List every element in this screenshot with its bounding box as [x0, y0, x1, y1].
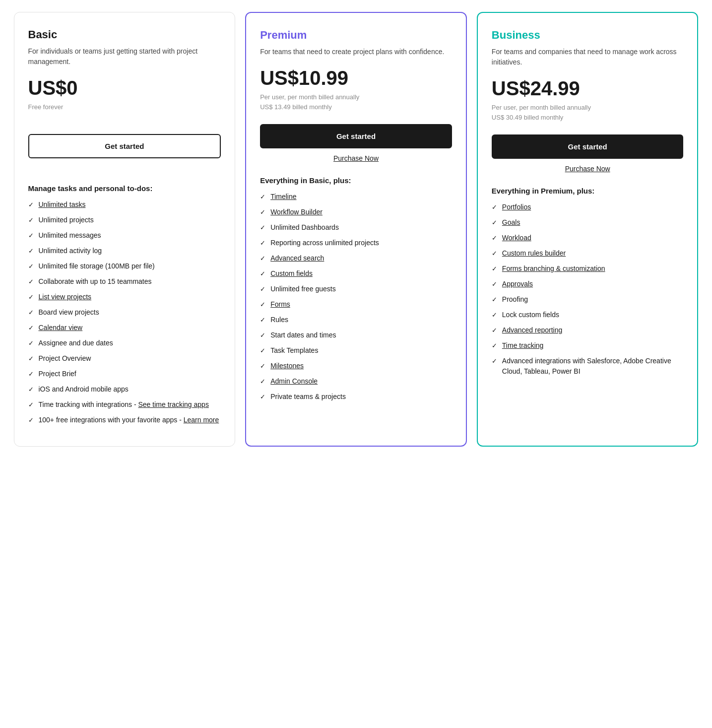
feature-text: Project Overview: [39, 353, 91, 364]
feature-text: 100+ free integrations with your favorit…: [39, 415, 219, 425]
list-item: ✓Approvals: [492, 279, 684, 289]
list-item: ✓Unlimited activity log: [28, 246, 221, 256]
feature-text: Proofing: [502, 294, 528, 305]
check-icon: ✓: [260, 346, 265, 356]
check-icon: ✓: [28, 277, 34, 287]
feature-link[interactable]: Goals: [502, 218, 520, 226]
list-item: ✓Unlimited projects: [28, 215, 221, 225]
list-item: ✓Unlimited file storage (100MB per file): [28, 261, 221, 271]
feature-text: Approvals: [502, 279, 533, 289]
list-item: ✓Time tracking with integrations - See t…: [28, 399, 221, 410]
feature-text: Custom fields: [270, 268, 313, 279]
list-item: ✓Unlimited Dashboards: [260, 222, 452, 233]
check-icon: ✓: [28, 323, 34, 333]
list-item: ✓Milestones: [260, 361, 452, 371]
check-icon: ✓: [492, 202, 497, 212]
feature-text: Time tracking with integrations - See ti…: [39, 399, 209, 410]
get-started-button-business[interactable]: Get started: [492, 134, 684, 159]
feature-text: Unlimited free guests: [270, 284, 336, 294]
feature-text: Milestones: [270, 361, 304, 371]
plan-price-note-business: Per user, per month billed annuallyUS$ 3…: [492, 103, 684, 123]
list-item: ✓Workflow Builder: [260, 207, 452, 217]
check-icon: ✓: [260, 269, 265, 279]
feature-link[interactable]: Workload: [502, 234, 531, 242]
feature-text: Custom rules builder: [502, 248, 566, 259]
feature-link[interactable]: Milestones: [270, 362, 304, 370]
check-icon: ✓: [28, 200, 34, 210]
list-item: ✓Forms: [260, 299, 452, 310]
feature-text: Unlimited messages: [39, 230, 101, 241]
plan-name-basic: Basic: [28, 28, 221, 41]
feature-link[interactable]: Workflow Builder: [270, 208, 323, 216]
list-item: ✓Rules: [260, 315, 452, 325]
get-started-button-premium[interactable]: Get started: [260, 124, 452, 148]
list-item: ✓Project Brief: [28, 369, 221, 379]
list-item: ✓Proofing: [492, 294, 684, 305]
check-icon: ✓: [28, 246, 34, 256]
feature-text: Assignee and due dates: [39, 338, 113, 348]
list-item: ✓100+ free integrations with your favori…: [28, 415, 221, 425]
check-icon: ✓: [492, 218, 497, 228]
check-icon: ✓: [260, 238, 265, 248]
list-item: ✓Timeline: [260, 192, 452, 202]
feature-text: Time tracking: [502, 340, 544, 351]
purchase-now-link-business[interactable]: Purchase Now: [492, 165, 684, 173]
list-item: ✓Advanced reporting: [492, 325, 684, 335]
feature-link[interactable]: Custom fields: [270, 269, 313, 277]
feature-link[interactable]: Unlimited tasks: [39, 200, 86, 208]
plan-card-premium: PremiumFor teams that need to create pro…: [245, 12, 467, 447]
get-started-button-basic[interactable]: Get started: [28, 134, 221, 158]
feature-text: Calendar view: [39, 323, 83, 333]
feature-text: Project Brief: [39, 369, 76, 379]
list-item: ✓Reporting across unlimited projects: [260, 238, 452, 248]
list-item: ✓List view projects: [28, 292, 221, 302]
feature-text: Unlimited tasks: [39, 199, 86, 210]
feature-link[interactable]: Forms: [270, 300, 290, 308]
feature-list-business: ✓Portfolios✓Goals✓Workload✓Custom rules …: [492, 202, 684, 377]
feature-suffix-link[interactable]: Learn more: [184, 416, 219, 424]
feature-text: List view projects: [39, 292, 92, 302]
list-item: ✓Admin Console: [260, 376, 452, 387]
plan-price-basic: US$0: [28, 77, 221, 99]
check-icon: ✓: [260, 284, 265, 294]
feature-link[interactable]: List view projects: [39, 293, 92, 301]
check-icon: ✓: [28, 308, 34, 318]
list-item: ✓Unlimited messages: [28, 230, 221, 241]
check-icon: ✓: [492, 264, 497, 274]
feature-suffix-link[interactable]: See time tracking apps: [138, 400, 209, 408]
feature-link[interactable]: Admin Console: [270, 377, 318, 385]
plan-description-premium: For teams that need to create project pl…: [260, 47, 452, 57]
plan-card-basic: BasicFor individuals or teams just getti…: [14, 12, 236, 447]
list-item: ✓Workload: [492, 233, 684, 243]
list-item: ✓Assignee and due dates: [28, 338, 221, 348]
feature-link[interactable]: Time tracking: [502, 341, 544, 349]
check-icon: ✓: [28, 338, 34, 348]
feature-link[interactable]: Advanced reporting: [502, 326, 562, 334]
purchase-now-link-premium[interactable]: Purchase Now: [260, 154, 452, 162]
feature-text: Reporting across unlimited projects: [270, 238, 379, 248]
features-title-basic: Manage tasks and personal to-dos:: [28, 184, 221, 193]
check-icon: ✓: [28, 292, 34, 302]
feature-link[interactable]: Portfolios: [502, 203, 531, 211]
check-icon: ✓: [28, 400, 34, 410]
feature-text: Advanced reporting: [502, 325, 562, 335]
list-item: ✓Project Overview: [28, 353, 221, 364]
feature-text: Start dates and times: [270, 330, 336, 340]
check-icon: ✓: [260, 223, 265, 233]
feature-text: Lock custom fields: [502, 310, 559, 320]
check-icon: ✓: [28, 369, 34, 379]
plan-price-note-basic: Free forever: [28, 102, 221, 122]
feature-link[interactable]: Forms branching & customization: [502, 265, 605, 272]
feature-text: Timeline: [270, 192, 296, 202]
feature-text: Unlimited projects: [39, 215, 94, 225]
feature-link[interactable]: Timeline: [270, 193, 296, 200]
feature-link[interactable]: Custom rules builder: [502, 249, 566, 257]
feature-link[interactable]: Advanced search: [270, 254, 324, 262]
feature-text: iOS and Android mobile apps: [39, 384, 129, 395]
feature-link[interactable]: Calendar view: [39, 324, 83, 331]
feature-link[interactable]: Approvals: [502, 280, 533, 288]
check-icon: ✓: [260, 392, 265, 402]
feature-text: Board view projects: [39, 307, 99, 318]
plan-card-business: BusinessFor teams and companies that nee…: [477, 12, 699, 447]
list-item: ✓Forms branching & customization: [492, 264, 684, 274]
